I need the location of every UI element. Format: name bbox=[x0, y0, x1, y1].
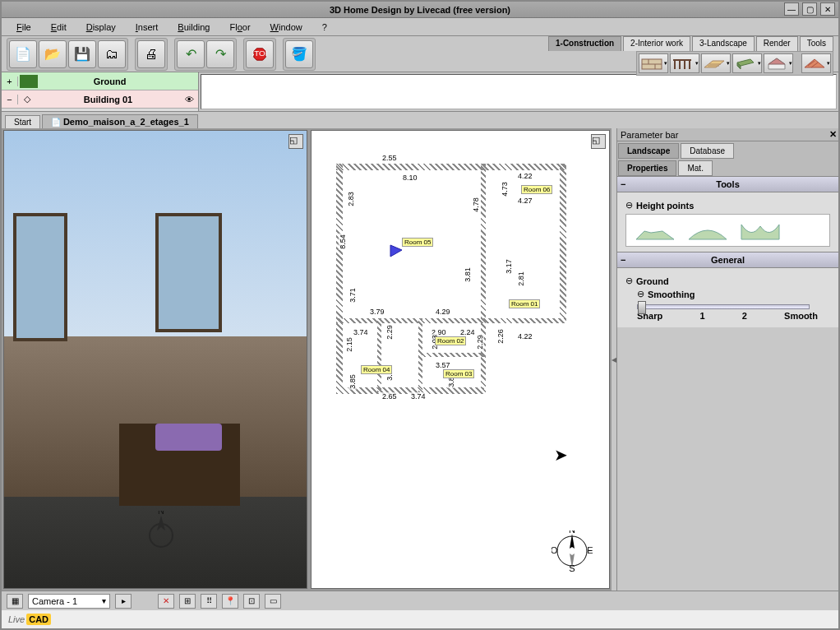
smoothing-slider-thumb[interactable] bbox=[638, 301, 646, 314]
floor-tool[interactable]: ▾ bbox=[701, 53, 731, 73]
beam-tool[interactable]: ▾ bbox=[732, 53, 762, 73]
snap-off-button[interactable]: ✕ bbox=[158, 594, 174, 609]
close-button[interactable]: ✕ bbox=[820, 2, 835, 16]
compass-2d-icon: N S E O bbox=[552, 530, 593, 572]
doc-tab-demo[interactable]: 📄 Demo_maison_a_2_etages_1 bbox=[42, 114, 198, 128]
param-tab-database[interactable]: Database bbox=[681, 143, 734, 159]
wall-outer bbox=[560, 164, 566, 320]
redo-button[interactable]: ↷ bbox=[206, 40, 234, 68]
smoothing-toggle[interactable]: ⊖ bbox=[637, 289, 645, 299]
tools-section-body: ⊖ Height points bbox=[617, 192, 838, 252]
snap-select-button[interactable]: ▭ bbox=[265, 594, 281, 609]
tab-tools[interactable]: Tools bbox=[800, 36, 833, 51]
param-tab-landscape[interactable]: Landscape bbox=[618, 143, 679, 159]
doc-tab-start[interactable]: Start bbox=[5, 115, 40, 128]
camera-nav-button[interactable]: ▸ bbox=[115, 594, 132, 609]
dim: 2.83 bbox=[347, 191, 355, 207]
grid-mode-button[interactable]: ▦ bbox=[7, 594, 23, 609]
tab-landscape[interactable]: 3-Landscape bbox=[692, 36, 755, 51]
slider-label-2: 2 bbox=[742, 311, 747, 321]
floor-plan: 2.55 8.10 4.22 4.73 4.27 4.78 8.54 3.71 … bbox=[336, 164, 566, 476]
layers-panel: + Ground − ◇ Building 01 👁 bbox=[2, 72, 199, 111]
paint-tool-group: 🪣 bbox=[283, 38, 316, 71]
tab-construction[interactable]: 1-Construction bbox=[548, 36, 621, 51]
param-tabs-row1: Landscape Database bbox=[617, 141, 838, 159]
save-as-button[interactable]: 🗂 bbox=[98, 40, 126, 68]
floor-icon bbox=[703, 56, 726, 71]
tab-interior[interactable]: 2-Interior work bbox=[623, 36, 690, 51]
undo-button[interactable]: ↶ bbox=[177, 40, 205, 68]
paint-button[interactable]: 🪣 bbox=[285, 40, 313, 68]
menu-edit[interactable]: Edit bbox=[43, 21, 75, 34]
construction-tools: ▾ ▾ ▾ ▾ ▾ ▾ bbox=[636, 51, 833, 76]
wall-mid bbox=[481, 164, 486, 394]
slider-label-1: 1 bbox=[699, 311, 704, 321]
height-points-toggle[interactable]: ⊖ bbox=[625, 200, 634, 211]
param-tab-properties[interactable]: Properties bbox=[618, 160, 676, 176]
layer-building[interactable]: − ◇ Building 01 👁 bbox=[2, 90, 198, 109]
house-tool[interactable]: ▾ bbox=[764, 53, 793, 73]
dim: 2.24 bbox=[459, 328, 476, 336]
viewport-2d[interactable]: ◱ 2.55 8.10 4.22 4.73 4.27 4.78 8.54 bbox=[311, 130, 610, 589]
param-tab-mat[interactable]: Mat. bbox=[678, 160, 712, 176]
main-area: N ◱ ◱ 2.55 8.10 4.22 4.73 bbox=[2, 128, 838, 591]
svg-marker-17 bbox=[768, 58, 785, 64]
layer-building-visibility[interactable]: 👁 bbox=[180, 95, 198, 104]
titlebar: 3D Home Design by Livecad (free version)… bbox=[2, 2, 838, 18]
tools-collapse[interactable]: − bbox=[621, 179, 625, 189]
height-hill-tool[interactable] bbox=[687, 220, 728, 241]
window-controls: — ▢ ✕ bbox=[784, 2, 835, 16]
general-collapse[interactable]: − bbox=[621, 255, 625, 265]
ground-toggle[interactable]: ⊖ bbox=[625, 276, 634, 286]
wall-outer bbox=[336, 164, 343, 394]
layer-building-toggle[interactable]: − bbox=[2, 95, 18, 104]
layer-ground[interactable]: + Ground bbox=[2, 72, 198, 90]
snap-points-button[interactable]: ⠿ bbox=[201, 594, 217, 609]
snap-endpoint-button[interactable]: ⊡ bbox=[243, 594, 260, 609]
parameter-bar-close[interactable]: ✕ bbox=[829, 129, 837, 140]
menu-file[interactable]: File bbox=[8, 21, 39, 34]
menu-floor[interactable]: Floor bbox=[221, 21, 258, 34]
menu-building[interactable]: Building bbox=[169, 21, 218, 34]
tab-render[interactable]: Render bbox=[756, 36, 798, 51]
railing-tool[interactable]: ▾ bbox=[670, 53, 699, 73]
maximize-button[interactable]: ▢ bbox=[802, 2, 817, 16]
room-label: Room 03 bbox=[443, 369, 474, 378]
dim: 2.55 bbox=[381, 154, 398, 162]
snap-pin-button[interactable]: 📍 bbox=[222, 594, 238, 609]
save-button[interactable]: 💾 bbox=[68, 40, 96, 68]
new-file-button[interactable]: 📄 bbox=[9, 40, 37, 68]
document-tabs: Start 📄 Demo_maison_a_2_etages_1 bbox=[2, 112, 838, 128]
height-points-row: ⊖ Height points bbox=[625, 200, 830, 211]
smoothing-slider-track[interactable] bbox=[637, 304, 810, 309]
doc-tab-demo-label: Demo_maison_a_2_etages_1 bbox=[63, 117, 189, 127]
roof-tool[interactable]: ▾ bbox=[801, 53, 831, 73]
smoothing-slider-labels: Sharp 1 2 Smooth bbox=[637, 311, 818, 321]
print-button[interactable]: 🖨 bbox=[137, 40, 165, 68]
tools-header-text: Tools bbox=[716, 179, 740, 189]
stop-button[interactable]: STOP bbox=[246, 40, 274, 68]
minimize-button[interactable]: — bbox=[784, 2, 799, 16]
app-title: 3D Home Design by Livecad (free version) bbox=[330, 5, 510, 15]
height-flat-tool[interactable] bbox=[635, 220, 676, 241]
parameter-bar: Parameter bar ✕ Landscape Database Prope… bbox=[616, 128, 838, 591]
layers-row: + Ground − ◇ Building 01 👁 bbox=[2, 72, 838, 112]
svg-marker-22 bbox=[157, 516, 165, 530]
viewport-3d-maximize[interactable]: ◱ bbox=[288, 134, 303, 149]
menu-display[interactable]: Display bbox=[78, 21, 124, 34]
viewport-3d[interactable]: N ◱ bbox=[3, 130, 307, 589]
viewport-2d-maximize[interactable]: ◱ bbox=[591, 134, 606, 149]
snap-grid-button[interactable]: ⊞ bbox=[179, 594, 196, 609]
menu-window[interactable]: Window bbox=[262, 21, 311, 34]
menu-help[interactable]: ? bbox=[314, 21, 335, 34]
app-window: 3D Home Design by Livecad (free version)… bbox=[0, 0, 840, 630]
dim: 3.74 bbox=[410, 392, 427, 401]
height-valley-tool[interactable] bbox=[740, 220, 781, 241]
layer-ground-toggle[interactable]: + bbox=[2, 76, 18, 86]
dim: 2.29 bbox=[385, 324, 394, 340]
open-file-button[interactable]: 📂 bbox=[39, 40, 67, 68]
walls-tool[interactable]: ▾ bbox=[639, 53, 668, 73]
camera-select[interactable]: Camera - 1 bbox=[28, 594, 110, 609]
file-tool-group: 📄 📂 💾 🗂 bbox=[7, 38, 128, 71]
menu-insert[interactable]: Insert bbox=[127, 21, 167, 34]
